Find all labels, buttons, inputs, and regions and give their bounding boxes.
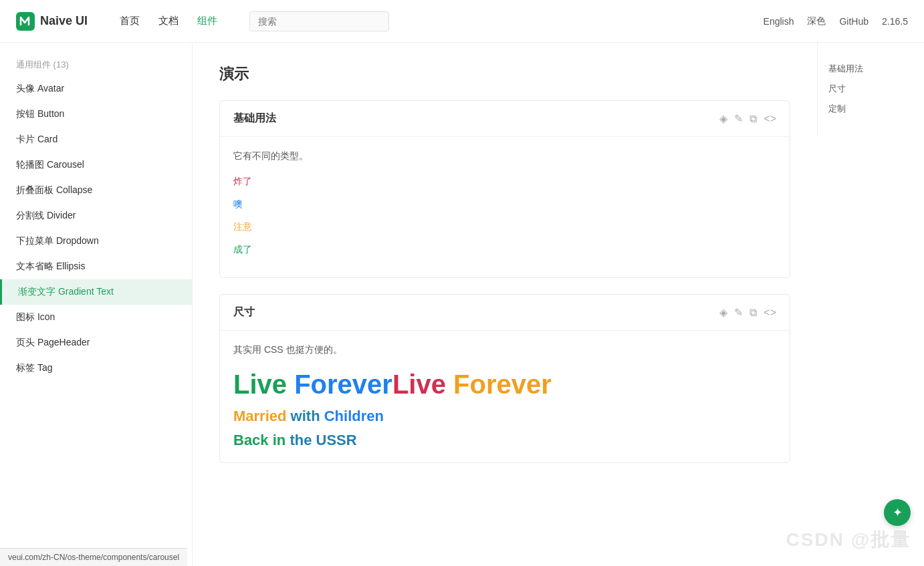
demo-section-basic-title: 基础用法 [233, 112, 276, 126]
gradient-text-line3: Back in the USSR [233, 432, 776, 449]
sidebar-item-divider[interactable]: 分割线 Divider [0, 203, 192, 229]
toc: 基础用法 尺寸 定制 [817, 43, 924, 135]
sidebar-item-ellipsis[interactable]: 文本省略 Ellipsis [0, 254, 192, 279]
demo-section-size-body: 其实用 CSS 也挺方便的。 Live Forever Live Forever… [220, 331, 790, 462]
demo-section-size-desc: 其实用 CSS 也挺方便的。 [233, 344, 776, 356]
alert-info[interactable]: 噢 [233, 196, 776, 213]
header: Naive UI 首页 文档 组件 English 深色 GitHub 2.16… [0, 0, 924, 43]
main-content: 演示 基础用法 ◈ ✎ ⧉ <> 它有不同的类型。 炸了 噢 注意 [193, 43, 924, 566]
gradient-text-the: the [290, 432, 316, 448]
edit-icon[interactable]: ✎ [734, 112, 743, 125]
magic-button[interactable]: ✦ [884, 499, 911, 526]
edit-icon-2[interactable]: ✎ [734, 306, 743, 319]
toc-item-custom[interactable]: 定制 [828, 99, 913, 119]
gradient-text-in: in [273, 432, 290, 448]
logo[interactable]: Naive UI [16, 12, 88, 31]
sidebar-item-pageheader[interactable]: 页头 PageHeader [0, 330, 192, 356]
nav-docs[interactable]: 文档 [158, 15, 179, 27]
code-toggle-icon[interactable]: <> [764, 113, 776, 125]
sidebar: 通用组件 (13) 头像 Avatar 按钮 Button 卡片 Card 轮播… [0, 43, 193, 566]
sidebar-item-avatar[interactable]: 头像 Avatar [0, 76, 192, 102]
sidebar-section-title: 通用组件 (13) [0, 53, 192, 76]
logo-icon [16, 12, 35, 31]
demo-section-size-header: 尺寸 ◈ ✎ ⧉ <> [220, 295, 790, 331]
logo-text: Naive UI [40, 14, 88, 28]
magic-icon: ✦ [893, 505, 903, 520]
gradient-text-live2: Live [392, 370, 453, 400]
gradient-text-forever1: Forever [294, 370, 392, 400]
search-input[interactable] [249, 11, 389, 31]
sidebar-item-icon[interactable]: 图标 Icon [0, 305, 192, 330]
lang-toggle[interactable]: English [764, 16, 794, 27]
content-area: 演示 基础用法 ◈ ✎ ⧉ <> 它有不同的类型。 炸了 噢 注意 [219, 64, 790, 463]
gradient-text-line1: Live Forever Live Forever [233, 370, 776, 400]
copy-icon-2[interactable]: ⧉ [749, 307, 757, 319]
sidebar-item-carousel[interactable]: 轮播图 Carousel [0, 152, 192, 178]
sidebar-item-tag[interactable]: 标签 Tag [0, 356, 192, 381]
demo-section-basic-actions: ◈ ✎ ⧉ <> [719, 112, 776, 125]
copy-icon[interactable]: ⧉ [749, 113, 757, 125]
gradient-text-children: Children [324, 408, 384, 424]
code-toggle-icon-2[interactable]: <> [764, 307, 776, 319]
gradient-text-live1: Live [233, 370, 294, 400]
layout: 通用组件 (13) 头像 Avatar 按钮 Button 卡片 Card 轮播… [0, 0, 924, 566]
sidebar-item-gradient-text[interactable]: 渐变文字 Gradient Text [0, 279, 192, 305]
gradient-text-forever2: Forever [453, 370, 552, 400]
gradient-text-married: Married [233, 408, 291, 424]
theme-toggle[interactable]: 深色 [807, 15, 826, 27]
header-right: English 深色 GitHub 2.16.5 [764, 15, 908, 27]
search-container [244, 11, 384, 31]
url-text: veui.com/zh-CN/os-theme/components/carou… [8, 553, 179, 562]
nav-components[interactable]: 组件 [197, 15, 217, 27]
alert-warning[interactable]: 注意 [233, 219, 776, 236]
gradient-text-with: with [291, 408, 324, 424]
sidebar-item-button[interactable]: 按钮 Button [0, 102, 192, 127]
toc-item-basic[interactable]: 基础用法 [828, 59, 913, 79]
demo-section-size: 尺寸 ◈ ✎ ⧉ <> 其实用 CSS 也挺方便的。 Live Forever … [219, 294, 790, 463]
codepen-icon[interactable]: ◈ [719, 112, 727, 125]
gradient-text-ussr: USSR [316, 432, 357, 448]
url-bar: veui.com/zh-CN/os-theme/components/carou… [0, 548, 187, 566]
codepen-icon-2[interactable]: ◈ [719, 306, 727, 319]
page-title: 演示 [219, 64, 790, 84]
nav-home[interactable]: 首页 [120, 15, 140, 27]
demo-section-basic-desc: 它有不同的类型。 [233, 150, 776, 162]
main-nav: 首页 文档 组件 [120, 15, 217, 27]
alert-error[interactable]: 炸了 [233, 173, 776, 190]
sidebar-item-collapse[interactable]: 折叠面板 Collapse [0, 178, 192, 203]
version-badge: 2.16.5 [882, 16, 908, 27]
github-link[interactable]: GitHub [839, 16, 869, 27]
demo-section-size-actions: ◈ ✎ ⧉ <> [719, 306, 776, 319]
sidebar-item-dropdown[interactable]: 下拉菜单 Dropdown [0, 229, 192, 254]
alert-success[interactable]: 成了 [233, 241, 776, 259]
demo-section-basic: 基础用法 ◈ ✎ ⧉ <> 它有不同的类型。 炸了 噢 注意 成了 [219, 100, 790, 278]
gradient-text-back: Back [233, 432, 273, 448]
gradient-text-line2: Married with Children [233, 408, 776, 425]
sidebar-item-card[interactable]: 卡片 Card [0, 127, 192, 152]
demo-section-basic-header: 基础用法 ◈ ✎ ⧉ <> [220, 101, 790, 137]
toc-item-size[interactable]: 尺寸 [828, 79, 913, 99]
demo-section-basic-body: 它有不同的类型。 炸了 噢 注意 成了 [220, 137, 790, 277]
demo-section-size-title: 尺寸 [233, 305, 255, 319]
